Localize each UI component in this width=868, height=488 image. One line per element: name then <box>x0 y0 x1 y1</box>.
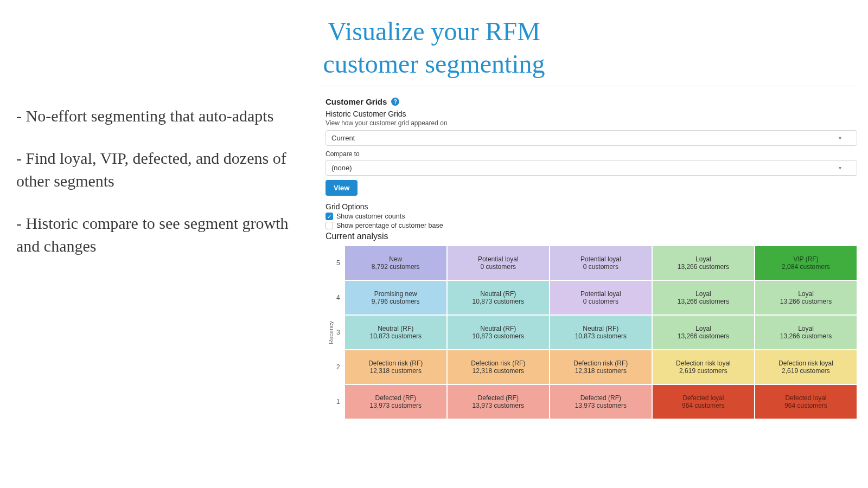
rfm-heatmap: New8,792 customersPotential loyal0 custo… <box>344 246 857 419</box>
segment-count: 12,318 customers <box>370 367 422 375</box>
rfm-cell[interactable]: Defected (RF)13,973 customers <box>344 384 447 419</box>
feature-bullets: - No-effort segmenting that auto-adapts … <box>11 86 320 477</box>
segment-label: Defected (RF) <box>375 394 416 402</box>
bullet-1: - No-effort segmenting that auto-adapts <box>16 105 310 127</box>
help-icon[interactable]: ? <box>391 98 399 106</box>
rfm-cell[interactable]: Potential loyal0 customers <box>550 280 652 315</box>
segment-count: 2,619 customers <box>782 367 830 375</box>
segment-count: 0 customers <box>481 263 516 271</box>
segment-label: Defected loyal <box>785 394 826 402</box>
rfm-grid: Recency 5 4 3 2 1 New8,792 customersPote… <box>326 246 857 419</box>
segment-label: Defection risk (RF) <box>471 359 525 367</box>
rfm-cell[interactable]: Potential loyal0 customers <box>447 246 550 280</box>
y-axis-label: Recency <box>326 321 334 344</box>
segment-count: 2,619 customers <box>679 367 727 375</box>
rfm-cell[interactable]: Loyal13,266 customers <box>755 315 857 350</box>
historic-heading: Historic Customer Grids <box>326 110 857 118</box>
checkbox-show-counts[interactable]: ✓ Show customer counts <box>326 213 857 220</box>
segment-label: Neutral (RF) <box>480 290 516 298</box>
rfm-cell[interactable]: Defected loyal964 customers <box>652 384 755 419</box>
segment-label: Defected (RF) <box>478 394 519 402</box>
view-date-select[interactable]: Current ▾ <box>326 130 857 146</box>
rfm-cell[interactable]: Defected loyal964 customers <box>755 384 857 419</box>
checkbox-show-percent[interactable]: Show percentage of customer base <box>326 222 857 229</box>
segment-count: 10,873 customers <box>575 332 627 340</box>
segment-label: Loyal <box>798 290 814 298</box>
rfm-cell[interactable]: Defection risk (RF)12,318 customers <box>550 350 652 384</box>
segment-label: Neutral (RF) <box>378 325 413 332</box>
segment-count: 10,873 customers <box>473 298 524 305</box>
analysis-heading: Current analysis <box>326 232 857 241</box>
segment-count: 13,266 customers <box>678 298 729 305</box>
rfm-cell[interactable]: Loyal13,266 customers <box>652 315 755 350</box>
rfm-cell[interactable]: Defection risk loyal2,619 customers <box>755 350 857 384</box>
rfm-cell[interactable]: Defection risk (RF)12,318 customers <box>447 350 550 384</box>
rfm-cell[interactable]: Defection risk loyal2,619 customers <box>652 350 755 384</box>
segment-label: Neutral (RF) <box>480 325 516 332</box>
segment-count: 13,266 customers <box>678 332 729 340</box>
compare-label: Compare to <box>326 150 857 158</box>
segment-label: Potential loyal <box>580 290 621 298</box>
rfm-cell[interactable]: Potential loyal0 customers <box>550 246 652 280</box>
segment-label: Defection risk (RF) <box>368 359 423 367</box>
segment-label: Potential loyal <box>478 255 519 263</box>
segment-label: New <box>389 255 402 263</box>
checkbox-icon <box>326 222 333 229</box>
checkbox-icon: ✓ <box>326 213 333 220</box>
segment-count: 964 customers <box>784 402 827 409</box>
segment-label: Defected loyal <box>682 394 724 402</box>
rfm-cell[interactable]: Neutral (RF)10,873 customers <box>344 315 447 350</box>
panel-heading: Customer Grids <box>326 97 387 106</box>
segment-count: 13,266 customers <box>780 298 832 305</box>
chevron-down-icon: ▾ <box>839 135 841 141</box>
segment-count: 10,873 customers <box>473 332 524 340</box>
segment-label: Loyal <box>798 325 814 332</box>
bullet-3: - Historic compare to see segment growth… <box>16 212 310 258</box>
grid-options-heading: Grid Options <box>326 202 857 211</box>
rfm-cell[interactable]: Neutral (RF)10,873 customers <box>447 280 550 315</box>
customer-grids-panel: Customer Grids ? Historic Customer Grids… <box>320 86 857 477</box>
rfm-cell[interactable]: Neutral (RF)10,873 customers <box>447 315 550 350</box>
segment-label: Defected (RF) <box>580 394 621 402</box>
rfm-cell[interactable]: New8,792 customers <box>344 246 447 280</box>
segment-label: Loyal <box>695 255 711 263</box>
segment-count: 9,796 customers <box>372 298 420 305</box>
segment-label: Loyal <box>695 325 711 332</box>
view-button[interactable]: View <box>326 180 358 196</box>
bullet-2: - Find loyal, VIP, defected, and dozens … <box>16 147 310 192</box>
segment-label: Defection risk (RF) <box>573 359 628 367</box>
segment-count: 13,266 customers <box>780 332 832 340</box>
page-title: Visualize your RFM customer segmenting <box>0 0 868 86</box>
segment-label: Defection risk loyal <box>778 359 833 367</box>
segment-count: 12,318 customers <box>473 367 524 375</box>
historic-hint: View how your customer grid appeared on <box>326 119 857 127</box>
segment-count: 10,873 customers <box>370 332 422 340</box>
segment-count: 13,266 customers <box>678 263 729 271</box>
segment-label: Defection risk loyal <box>676 359 731 367</box>
rfm-cell[interactable]: Loyal13,266 customers <box>652 246 755 280</box>
segment-count: 964 customers <box>682 402 725 409</box>
segment-label: Loyal <box>695 290 711 298</box>
y-axis-ticks: 5 4 3 2 1 <box>334 246 344 419</box>
segment-count: 0 customers <box>583 263 618 271</box>
rfm-cell[interactable]: Promising new9,796 customers <box>344 280 447 315</box>
rfm-cell[interactable]: VIP (RF)2,084 customers <box>755 246 857 280</box>
rfm-cell[interactable]: Defected (RF)13,973 customers <box>550 384 652 419</box>
segment-label: Neutral (RF) <box>583 325 618 332</box>
segment-label: VIP (RF) <box>793 255 818 263</box>
rfm-cell[interactable]: Defection risk (RF)12,318 customers <box>344 350 447 384</box>
segment-count: 8,792 customers <box>372 263 420 271</box>
segment-count: 13,973 customers <box>370 402 422 409</box>
rfm-cell[interactable]: Loyal13,266 customers <box>755 280 857 315</box>
segment-count: 2,084 customers <box>782 263 830 271</box>
segment-label: Promising new <box>374 290 417 298</box>
compare-select[interactable]: (none) ▾ <box>326 160 857 176</box>
segment-count: 12,318 customers <box>575 367 627 375</box>
rfm-cell[interactable]: Loyal13,266 customers <box>652 280 755 315</box>
rfm-cell[interactable]: Defected (RF)13,973 customers <box>447 384 550 419</box>
segment-count: 13,973 customers <box>575 402 627 409</box>
rfm-cell[interactable]: Neutral (RF)10,873 customers <box>550 315 652 350</box>
segment-count: 0 customers <box>583 298 618 305</box>
chevron-down-icon: ▾ <box>839 165 841 171</box>
segment-count: 13,973 customers <box>473 402 524 409</box>
